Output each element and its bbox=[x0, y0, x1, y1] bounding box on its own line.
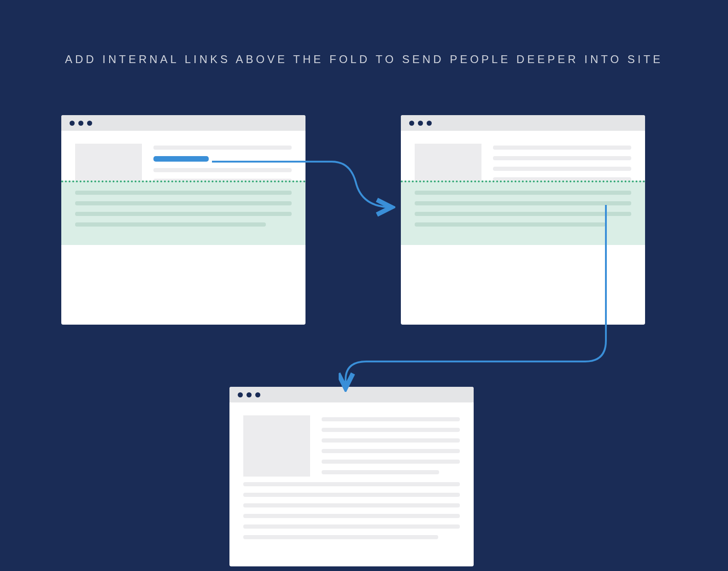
browser-body bbox=[61, 131, 305, 245]
text-line bbox=[322, 428, 460, 432]
content-row bbox=[243, 415, 460, 477]
below-fold-overlay bbox=[61, 181, 305, 245]
below-fold-overlay bbox=[401, 181, 645, 245]
text-line bbox=[493, 167, 631, 171]
internal-link-highlight bbox=[153, 156, 209, 162]
text-line bbox=[322, 449, 460, 453]
browser-chrome bbox=[61, 115, 305, 131]
text-line bbox=[75, 222, 266, 227]
text-line bbox=[243, 514, 460, 518]
browser-window-target-2 bbox=[229, 387, 474, 566]
text-line bbox=[75, 191, 292, 195]
text-line bbox=[153, 168, 292, 172]
image-placeholder bbox=[243, 415, 310, 477]
text-line bbox=[493, 156, 631, 160]
text-line bbox=[322, 417, 460, 421]
link-line-wrap bbox=[153, 156, 292, 162]
chrome-dot-icon bbox=[87, 121, 92, 126]
chrome-dot-icon bbox=[409, 121, 414, 126]
chrome-dot-icon bbox=[427, 121, 432, 126]
text-line bbox=[415, 191, 631, 195]
text-line bbox=[75, 212, 292, 216]
text-block bbox=[322, 415, 460, 477]
browser-window-source bbox=[61, 115, 305, 325]
chrome-dot-icon bbox=[78, 121, 83, 126]
text-line bbox=[75, 201, 292, 205]
text-line bbox=[493, 146, 631, 150]
chrome-dot-icon bbox=[70, 121, 75, 126]
diagram-title: ADD INTERNAL LINKS ABOVE THE FOLD TO SEN… bbox=[0, 53, 728, 66]
browser-window-target-1 bbox=[401, 115, 645, 325]
chrome-dot-icon bbox=[247, 392, 252, 397]
text-line bbox=[415, 212, 631, 216]
text-line bbox=[243, 493, 460, 497]
chrome-dot-icon bbox=[255, 392, 260, 397]
text-line bbox=[322, 438, 460, 443]
text-line bbox=[153, 146, 292, 150]
text-line bbox=[415, 222, 605, 227]
text-line bbox=[322, 470, 439, 474]
chrome-dot-icon bbox=[418, 121, 423, 126]
browser-body bbox=[229, 402, 474, 548]
text-line bbox=[243, 535, 438, 539]
text-line bbox=[243, 482, 460, 486]
browser-body bbox=[401, 131, 645, 245]
full-text-block bbox=[243, 482, 460, 539]
chrome-dot-icon bbox=[238, 392, 243, 397]
browser-chrome bbox=[229, 387, 474, 402]
text-line bbox=[243, 503, 460, 507]
text-line bbox=[415, 201, 631, 205]
browser-chrome bbox=[401, 115, 645, 131]
text-line bbox=[322, 460, 460, 464]
text-line bbox=[243, 524, 460, 529]
